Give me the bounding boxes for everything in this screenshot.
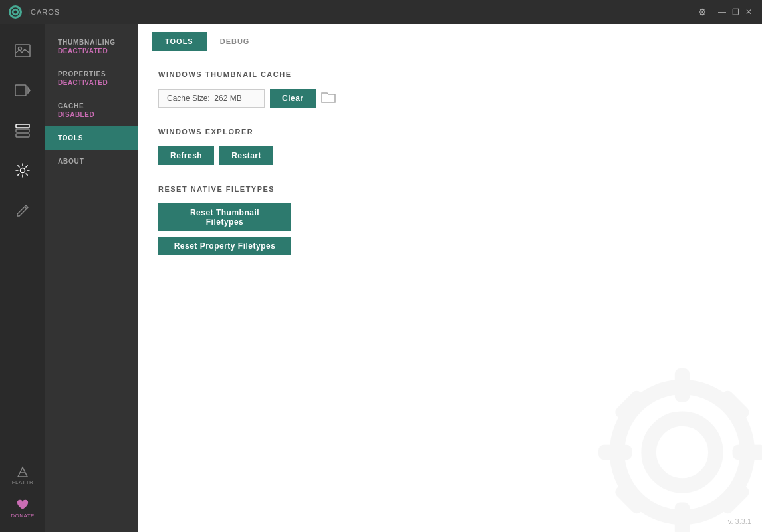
donate-label: DONATE [11,513,35,519]
refresh-button[interactable]: Refresh [158,146,214,165]
rail-icon-tools[interactable] [0,150,45,190]
svg-rect-8 [16,129,29,132]
watermark-gear [589,359,762,532]
app-title: ICAROS [28,8,60,16]
title-bar-controls: ⚙ — ❒ ✕ [696,5,754,19]
sidebar: THUMBNAILING DEACTIVATED PROPERTIES DEAC… [45,24,138,532]
version-text: v. 3.3.1 [728,517,751,525]
svg-line-11 [25,207,27,209]
title-bar: ICAROS ⚙ — ❒ ✕ [0,0,762,24]
sidebar-item-properties[interactable]: PROPERTIES DEACTIVATED [45,63,138,94]
settings-button[interactable]: ⚙ [696,5,709,19]
title-bar-left: ICAROS [8,5,60,19]
svg-rect-15 [675,368,690,402]
reset-property-filetypes-button[interactable]: Reset Property Filetypes [158,237,291,255]
svg-rect-21 [613,481,647,515]
sidebar-item-thumbnailing[interactable]: THUMBNAILING DEACTIVATED [45,31,138,63]
svg-rect-3 [15,45,30,57]
section-title-cache: WINDOWS THUMBNAIL CACHE [158,70,742,78]
app-logo [8,5,23,19]
svg-marker-6 [28,88,30,93]
svg-rect-17 [598,445,632,460]
rail-icon-flattr-btn[interactable]: FLATTR [0,459,45,492]
svg-point-13 [617,387,747,517]
explorer-row: Refresh Restart [158,146,742,165]
svg-rect-5 [15,85,26,96]
flattr-label: FLATTR [12,479,34,485]
maximize-button[interactable]: ❒ [730,7,741,17]
content-body: WINDOWS THUMBNAIL CACHE Clear WINDOWS EX… [138,51,762,532]
svg-point-14 [649,419,716,486]
reset-thumbnail-filetypes-button[interactable]: Reset Thumbnail Filetypes [158,203,291,231]
tab-bar: TOOLS DEBUG [138,24,762,51]
icon-rail: FLATTR DONATE [0,24,45,532]
svg-rect-22 [717,481,751,515]
svg-rect-16 [675,503,690,532]
main-layout: FLATTR DONATE THUMBNAILING DEACTIVATED P… [0,24,762,532]
svg-rect-9 [16,134,29,137]
minimize-button[interactable]: — [717,7,727,17]
rail-icon-cache[interactable] [0,110,45,150]
svg-point-2 [14,11,17,14]
tab-tools[interactable]: TOOLS [152,32,207,51]
sidebar-item-about[interactable]: ABOUT [45,150,138,173]
section-title-filetypes: RESET NATIVE FILETYPES [158,185,742,193]
restart-button[interactable]: Restart [219,146,273,165]
sidebar-item-cache[interactable]: CACHE DISABLED [45,94,138,126]
cache-row: Clear [158,89,742,108]
rail-bottom: FLATTR DONATE [0,459,45,532]
rail-icon-video[interactable] [0,70,45,110]
sidebar-item-tools[interactable]: TOOLS [45,126,138,150]
content-area: TOOLS DEBUG WINDOWS THUMBNAIL CACHE Clea… [138,24,762,532]
section-title-explorer: WINDOWS EXPLORER [158,128,742,136]
svg-rect-18 [733,445,762,460]
filetypes-col: Reset Thumbnail Filetypes Reset Property… [158,203,742,255]
tab-debug[interactable]: DEBUG [207,32,263,51]
svg-rect-7 [16,124,29,128]
cache-size-input[interactable] [158,89,265,108]
rail-icon-donate-btn[interactable]: DONATE [0,492,45,525]
close-button[interactable]: ✕ [743,7,754,17]
rail-icon-about[interactable] [0,190,45,230]
svg-point-10 [21,168,25,173]
svg-rect-20 [717,388,751,422]
folder-icon[interactable] [321,90,336,107]
rail-icon-thumbnailing[interactable] [0,31,45,70]
svg-rect-19 [613,388,647,422]
clear-button[interactable]: Clear [270,89,316,108]
